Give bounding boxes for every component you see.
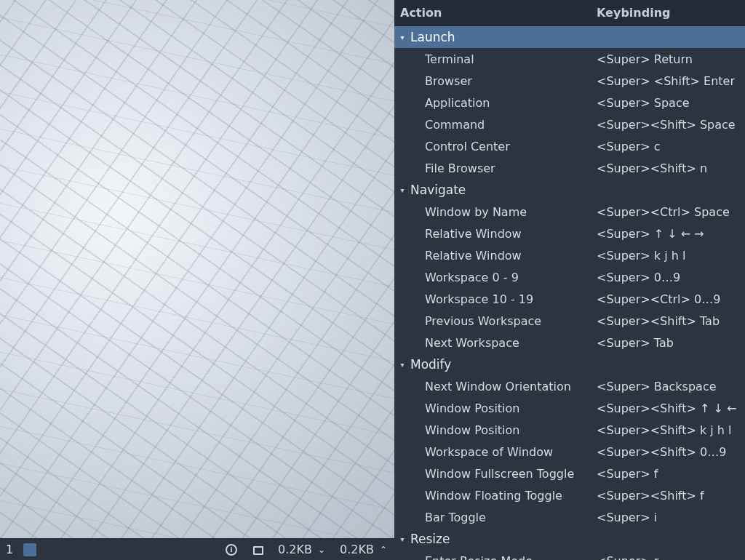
keybinding-label: <Super><Ctrl> Space — [597, 205, 745, 219]
keybinding-row[interactable]: Relative Window<Super> ↑ ↓ ← → — [394, 223, 745, 244]
net-up-value: 0.2KB — [340, 543, 374, 556]
keybinding-label: <Super> 0…9 — [597, 271, 745, 284]
keybinding-row[interactable]: Application<Super> Space — [394, 92, 745, 113]
keybinding-row[interactable]: Workspace 0 - 9<Super> 0…9 — [394, 266, 745, 288]
active-window-indicator[interactable] — [23, 543, 36, 556]
keybinding-label: <Super><Shift> f — [597, 489, 745, 503]
net-up-widget[interactable]: 0.2KB⌃ — [332, 539, 394, 560]
action-label: Window Position — [394, 401, 597, 415]
group-row[interactable]: ▾Launch — [394, 26, 745, 48]
keybinding-row[interactable]: Window Position<Super><Shift> k j h l — [394, 419, 745, 441]
keybinding-row[interactable]: Control Center<Super> c — [394, 135, 745, 157]
keybinding-row[interactable]: File Browser<Super><Shift> n — [394, 157, 745, 179]
chevron-down-icon: ▾ — [397, 535, 407, 543]
info-button[interactable] — [218, 539, 244, 560]
keybinding-label: <Super> Return — [597, 52, 745, 66]
keybinding-row[interactable]: Next Window Orientation<Super> Backspace — [394, 375, 745, 397]
action-label: Browser — [394, 74, 597, 88]
action-label: Relative Window — [394, 227, 597, 241]
keybinding-label: <Super> f — [597, 467, 745, 481]
action-label: Bar Toggle — [394, 511, 597, 524]
action-label: Window Position — [394, 423, 597, 437]
keybinding-label: <Super> i — [597, 511, 745, 524]
keybinding-row[interactable]: Window Floating Toggle<Super><Shift> f — [394, 484, 745, 506]
action-label: Previous Workspace — [394, 314, 597, 328]
network-widget[interactable] — [244, 539, 271, 560]
action-label: File Browser — [394, 161, 597, 175]
action-label: Window Floating Toggle — [394, 489, 597, 503]
taskbar: 1 0.2KB⌄ 0.2KB⌃ — [0, 538, 394, 560]
action-label: Window Fullscreen Toggle — [394, 467, 597, 481]
column-header-keybinding[interactable]: Keybinding — [597, 6, 745, 20]
group-label: Launch — [410, 30, 455, 44]
chevron-up-icon: ⌃ — [380, 545, 387, 554]
keybinding-row[interactable]: Workspace of Window<Super><Shift> 0…9 — [394, 441, 745, 463]
keybindings-panel: Action Keybinding ▾LaunchTerminal<Super>… — [394, 0, 745, 560]
keybinding-row[interactable]: Bar Toggle<Super> i — [394, 506, 745, 528]
keybinding-label: <Super><Shift> k j h l — [597, 423, 745, 437]
net-down-widget[interactable]: 0.2KB⌄ — [271, 539, 332, 560]
action-label: Command — [394, 118, 597, 132]
column-header-action[interactable]: Action — [394, 6, 597, 20]
action-label: Workspace 0 - 9 — [394, 271, 597, 284]
group-row[interactable]: ▾Navigate — [394, 179, 745, 201]
keybinding-row[interactable]: Window Fullscreen Toggle<Super> f — [394, 463, 745, 484]
keybinding-label: <Super> <Shift> Enter — [597, 74, 745, 88]
keybinding-row[interactable]: Next Workspace<Super> Tab — [394, 332, 745, 353]
keybinding-label: <Super><Shift> 0…9 — [597, 445, 745, 459]
keybinding-label: <Super> Space — [597, 96, 745, 110]
action-label: Next Window Orientation — [394, 380, 597, 393]
action-label: Relative Window — [394, 249, 597, 263]
keybinding-row[interactable]: Window by Name<Super><Ctrl> Space — [394, 201, 745, 223]
action-label: Enter Resize Mode — [394, 554, 597, 561]
keybinding-row[interactable]: Relative Window<Super> k j h l — [394, 244, 745, 266]
keybinding-label: <Super> ↑ ↓ ← → — [597, 227, 745, 241]
net-down-value: 0.2KB — [278, 543, 312, 556]
desktop-wallpaper — [0, 0, 394, 538]
keybinding-rows: ▾LaunchTerminal<Super> ReturnBrowser<Sup… — [394, 26, 745, 560]
action-label: Terminal — [394, 52, 597, 66]
keybinding-row[interactable]: Terminal<Super> Return — [394, 48, 745, 70]
action-label: Control Center — [394, 140, 597, 153]
action-label: Application — [394, 96, 597, 110]
workspace-indicator[interactable]: 1 — [0, 539, 19, 560]
group-row[interactable]: ▾Resize — [394, 528, 745, 550]
keybinding-label: <Super> c — [597, 140, 745, 153]
chevron-down-icon: ▾ — [397, 33, 407, 41]
action-label: Next Workspace — [394, 336, 597, 350]
action-label: Workspace of Window — [394, 445, 597, 459]
keybinding-row[interactable]: Previous Workspace<Super><Shift> Tab — [394, 310, 745, 332]
keybinding-row[interactable]: Enter Resize Mode<Super> r — [394, 550, 745, 560]
keybinding-label: <Super> k j h l — [597, 249, 745, 263]
group-row[interactable]: ▾Modify — [394, 353, 745, 375]
chevron-down-icon: ▾ — [397, 361, 407, 369]
network-icon — [252, 545, 263, 555]
keybinding-label: <Super><Ctrl> 0…9 — [597, 292, 745, 306]
keybinding-label: <Super><Shift> Tab — [597, 314, 745, 328]
chevron-down-icon: ⌄ — [318, 545, 325, 554]
keybinding-row[interactable]: Workspace 10 - 19<Super><Ctrl> 0…9 — [394, 288, 745, 310]
keybinding-row[interactable]: Browser<Super> <Shift> Enter — [394, 70, 745, 92]
keybinding-row[interactable]: Command<Super><Shift> Space — [394, 113, 745, 135]
keybinding-label: <Super> r — [597, 554, 745, 561]
chevron-down-icon: ▾ — [397, 186, 407, 194]
group-label: Resize — [410, 532, 450, 546]
keybinding-label: <Super><Shift> ↑ ↓ ← — [597, 401, 745, 415]
info-icon — [226, 544, 237, 556]
keybinding-label: <Super><Shift> Space — [597, 118, 745, 132]
panel-header: Action Keybinding — [394, 0, 745, 26]
action-label: Workspace 10 - 19 — [394, 292, 597, 306]
action-label: Window by Name — [394, 205, 597, 219]
group-label: Navigate — [410, 183, 466, 197]
group-label: Modify — [410, 357, 451, 372]
keybinding-label: <Super> Backspace — [597, 380, 745, 393]
keybinding-label: <Super> Tab — [597, 336, 745, 350]
keybinding-label: <Super><Shift> n — [597, 161, 745, 175]
keybinding-row[interactable]: Window Position<Super><Shift> ↑ ↓ ← — [394, 397, 745, 419]
